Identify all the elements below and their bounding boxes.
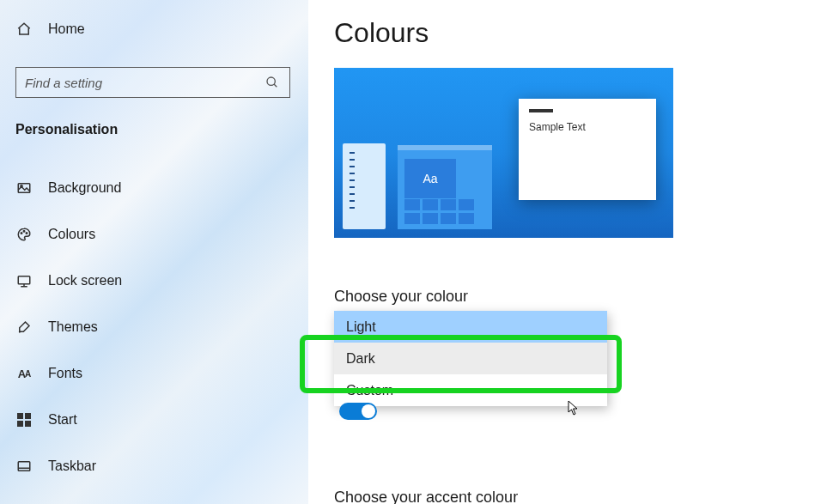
svg-point-3 <box>21 185 22 187</box>
home-icon <box>15 21 33 38</box>
choose-colour-label: Choose your colour <box>334 288 833 306</box>
svg-line-1 <box>274 84 277 87</box>
sidebar-item-label: Background <box>48 180 121 196</box>
page-title: Colours <box>334 17 833 49</box>
theme-preview: Aa Sample Text <box>334 68 673 238</box>
home-label: Home <box>48 21 85 37</box>
home-link[interactable]: Home <box>15 21 293 38</box>
svg-point-6 <box>26 233 27 234</box>
font-icon: AA <box>15 365 33 382</box>
sidebar-item-fonts[interactable]: AA Fonts <box>15 350 293 397</box>
preview-sample-text: Sample Text <box>529 121 646 133</box>
sidebar-item-label: Lock screen <box>48 273 122 288</box>
svg-rect-10 <box>17 413 23 419</box>
svg-rect-14 <box>18 462 30 471</box>
section-title: Personalisation <box>15 122 293 137</box>
sidebar-item-label: Colours <box>48 227 95 242</box>
nav-list: Background Colours Lock screen <box>15 165 293 489</box>
palette-icon <box>15 226 33 243</box>
monitor-icon <box>15 272 33 289</box>
sidebar-item-taskbar[interactable]: Taskbar <box>15 443 293 489</box>
svg-rect-7 <box>18 276 30 284</box>
preview-window: Sample Text <box>519 99 656 200</box>
svg-rect-13 <box>25 421 31 427</box>
sidebar-item-colours[interactable]: Colours <box>15 211 293 258</box>
svg-rect-12 <box>17 421 23 427</box>
sidebar-item-label: Fonts <box>48 366 82 381</box>
dropdown-option-dark[interactable]: Dark <box>334 343 607 374</box>
preview-tiles: Aa <box>398 145 492 229</box>
taskbar-icon <box>15 458 33 475</box>
sidebar-item-lockscreen[interactable]: Lock screen <box>15 258 293 304</box>
sidebar-item-label: Taskbar <box>48 458 96 474</box>
svg-point-5 <box>23 231 25 233</box>
settings-sidebar: Home Personalisation Background <box>0 0 308 504</box>
search-icon <box>264 74 281 91</box>
svg-point-4 <box>21 233 22 234</box>
dropdown-option-light[interactable]: Light <box>334 311 607 343</box>
search-box[interactable] <box>15 67 290 98</box>
main-content: Colours Aa Sample Text Choose your colou… <box>308 0 833 504</box>
sidebar-item-label: Themes <box>48 319 98 335</box>
colour-mode-dropdown[interactable]: Light Dark Custom <box>334 311 607 406</box>
svg-point-0 <box>267 77 275 85</box>
preview-start-menu <box>343 143 386 229</box>
search-input[interactable] <box>25 76 264 90</box>
brush-icon <box>15 319 33 336</box>
transparency-toggle[interactable] <box>339 403 377 420</box>
preview-tile-text: Aa <box>404 159 456 198</box>
start-icon <box>15 411 33 428</box>
choose-accent-label: Choose your accent colour <box>334 489 833 504</box>
sidebar-item-label: Start <box>48 412 77 428</box>
dropdown-option-custom[interactable]: Custom <box>334 374 607 406</box>
sidebar-item-start[interactable]: Start <box>15 397 293 443</box>
svg-rect-11 <box>25 413 31 419</box>
sidebar-item-themes[interactable]: Themes <box>15 304 293 350</box>
image-icon <box>15 179 33 197</box>
sidebar-item-background[interactable]: Background <box>15 165 293 211</box>
